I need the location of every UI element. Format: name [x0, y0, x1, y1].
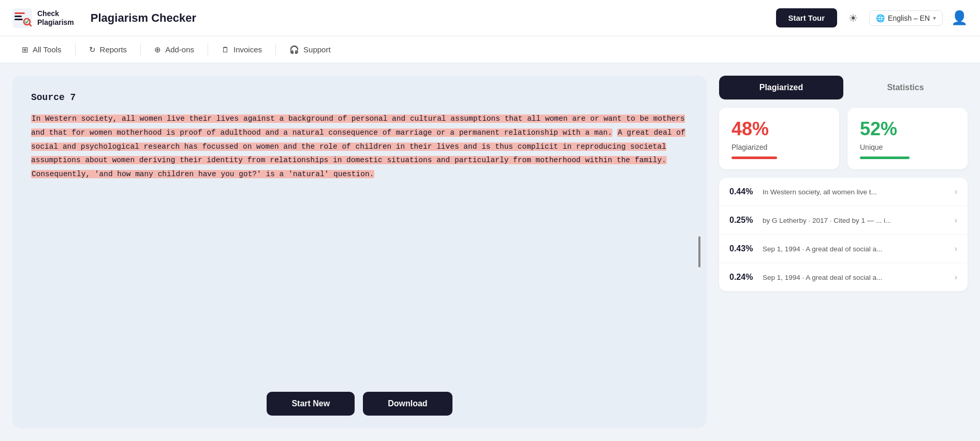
- nav-addons-label: Add-ons: [165, 45, 194, 54]
- unique-stat-card: 52% Unique: [847, 108, 968, 169]
- user-icon: 👤: [951, 10, 968, 25]
- source-pct-1: 0.25%: [729, 216, 756, 225]
- source-item-0[interactable]: 0.44% In Western society, all women live…: [719, 178, 968, 206]
- source-label: Source 7: [31, 92, 688, 103]
- right-panel: Plagiarized Statistics 48% Plagiarized 5…: [719, 76, 968, 291]
- plagiarized-percent: 48%: [732, 118, 827, 140]
- unique-label: Unique: [860, 143, 955, 151]
- plagiarized-bar: [732, 157, 777, 159]
- svg-rect-1: [14, 12, 25, 14]
- grid-icon: ⊞: [22, 45, 28, 54]
- page-title: Plagiarism Checker: [91, 11, 196, 25]
- source-item-1[interactable]: 0.25% by G Letherby · 2017 · Cited by 1 …: [719, 206, 968, 235]
- nav-separator-4: [275, 44, 276, 56]
- invoices-icon: 🗒: [222, 45, 229, 54]
- nav-separator-2: [140, 44, 141, 56]
- start-new-button[interactable]: Start New: [267, 392, 355, 416]
- source-desc-1: by G Letherby · 2017 · Cited by 1 — ... …: [763, 217, 948, 224]
- svg-rect-0: [12, 8, 32, 28]
- sun-icon: ☀: [849, 12, 858, 24]
- start-tour-button[interactable]: Start Tour: [776, 8, 838, 27]
- theme-toggle-button[interactable]: ☀: [845, 9, 861, 27]
- nav-separator: [75, 44, 76, 56]
- logo-text: Check Plagiarism: [37, 9, 74, 27]
- addons-icon: ⊕: [154, 45, 161, 54]
- nav-reports[interactable]: ↻ Reports: [80, 41, 137, 59]
- source-desc-3: Sep 1, 1994 · A great deal of social a..…: [763, 274, 948, 281]
- tab-statistics[interactable]: Statistics: [843, 76, 968, 99]
- language-label: English – EN: [888, 14, 930, 22]
- nav-addons[interactable]: ⊕ Add-ons: [145, 41, 203, 59]
- chevron-icon-3: ›: [955, 273, 957, 282]
- source-desc-2: Sep 1, 1994 · A great deal of social a..…: [763, 245, 948, 253]
- nav-support-label: Support: [303, 45, 331, 54]
- source-item-2[interactable]: 0.43% Sep 1, 1994 · A great deal of soci…: [719, 235, 968, 263]
- source-desc-0: In Western society, all women live t...: [763, 188, 948, 196]
- reports-icon: ↻: [89, 45, 96, 54]
- nav-invoices[interactable]: 🗒 Invoices: [212, 41, 271, 58]
- source-pct-0: 0.44%: [729, 187, 756, 196]
- nav-all-tools-label: All Tools: [33, 45, 62, 54]
- chevron-down-icon: ▾: [933, 15, 936, 22]
- language-selector[interactable]: 🌐 English – EN ▾: [869, 10, 943, 26]
- header-actions: Start Tour ☀ 🌐 English – EN ▾ 👤: [776, 8, 968, 27]
- source-pct-3: 0.24%: [729, 273, 756, 282]
- source-item-3[interactable]: 0.24% Sep 1, 1994 · A great deal of soci…: [719, 263, 968, 291]
- nav-reports-label: Reports: [100, 45, 127, 54]
- globe-icon: 🌐: [876, 14, 885, 22]
- highlighted-text-1: In Western society, all women live their…: [31, 115, 685, 137]
- nav-bar: ⊞ All Tools ↻ Reports ⊕ Add-ons 🗒 Invoic…: [0, 36, 980, 63]
- document-actions: Start New Download: [31, 392, 688, 416]
- logo-icon: [12, 8, 32, 28]
- support-icon: 🎧: [289, 45, 299, 54]
- svg-rect-3: [14, 19, 23, 20]
- main-content: Source 7 In Western society, all women l…: [0, 63, 980, 440]
- tab-plagiarized[interactable]: Plagiarized: [719, 76, 843, 99]
- unique-percent: 52%: [860, 118, 955, 140]
- document-panel: Source 7 In Western society, all women l…: [12, 76, 707, 428]
- user-account-button[interactable]: 👤: [951, 10, 968, 26]
- scrollbar[interactable]: [698, 236, 700, 267]
- source-list: 0.44% In Western society, all women live…: [719, 178, 968, 291]
- plagiarized-stat-card: 48% Plagiarized: [719, 108, 839, 169]
- highlighted-text-3: Consequently, 'and how many children hav…: [31, 170, 374, 178]
- svg-rect-2: [14, 16, 22, 17]
- plagiarized-label: Plagiarized: [732, 143, 827, 151]
- download-button[interactable]: Download: [363, 392, 452, 416]
- chevron-icon-0: ›: [955, 187, 957, 196]
- result-tabs: Plagiarized Statistics: [719, 76, 968, 99]
- unique-bar: [860, 157, 910, 159]
- document-text: In Western society, all women live their…: [31, 112, 688, 375]
- chevron-icon-2: ›: [955, 244, 957, 253]
- chevron-icon-1: ›: [955, 216, 957, 225]
- nav-support[interactable]: 🎧 Support: [280, 41, 340, 59]
- nav-all-tools[interactable]: ⊞ All Tools: [12, 41, 71, 59]
- logo-link[interactable]: Check Plagiarism: [12, 8, 74, 28]
- header: Check Plagiarism Plagiarism Checker Star…: [0, 0, 980, 36]
- nav-separator-3: [208, 44, 208, 56]
- nav-invoices-label: Invoices: [233, 45, 262, 54]
- stats-row: 48% Plagiarized 52% Unique: [719, 108, 968, 169]
- source-pct-2: 0.43%: [729, 244, 756, 253]
